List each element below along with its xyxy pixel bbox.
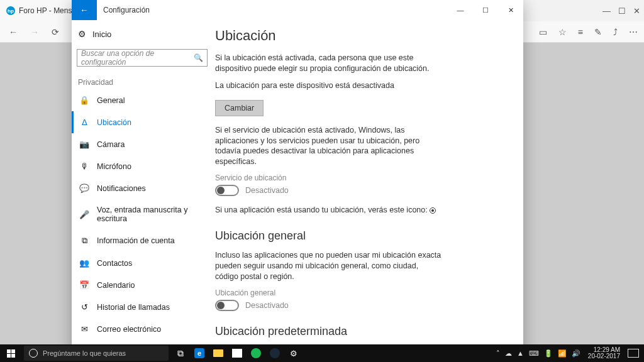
nav-label: Voz, entrada manuscrita y escritura <box>97 206 205 223</box>
search-placeholder: Buscar una opción de configuración <box>81 49 194 67</box>
nav-label: Historial de llamadas <box>97 303 170 312</box>
nav-label: Micrófono <box>97 162 131 171</box>
clock-date: 20-02-2017 <box>588 353 620 360</box>
cortana-search[interactable]: Pregúntame lo que quieras <box>24 346 169 361</box>
settings-maximize-button[interactable]: ☐ <box>473 0 498 20</box>
favorite-icon[interactable]: ☆ <box>558 27 567 37</box>
nav-forward-icon[interactable]: → <box>30 27 39 37</box>
nav-notifications[interactable]: 💬Notificaciones <box>72 177 213 199</box>
nav-general[interactable]: 🔒General <box>72 89 213 111</box>
general-location-label: Ubicación general <box>215 288 507 297</box>
search-icon: 🔍 <box>194 53 203 62</box>
taskbar-steam[interactable] <box>265 344 284 362</box>
location-service-toggle[interactable] <box>215 185 239 196</box>
gear-icon: ⚙ <box>78 29 86 39</box>
settings-minimize-button[interactable]: — <box>448 0 473 20</box>
page-title: Ubicación <box>215 28 507 44</box>
taskbar-store[interactable] <box>228 344 247 362</box>
folder-icon <box>213 349 223 357</box>
reading-view-icon[interactable]: ▭ <box>539 27 547 37</box>
spotify-icon <box>251 348 261 358</box>
settings-content[interactable]: Ubicación Si la ubicación está activada,… <box>213 20 523 362</box>
tray-overflow-icon[interactable]: ˄ <box>496 349 500 358</box>
location-icon: ᐃ <box>79 118 89 127</box>
taskbar-clock[interactable]: 12:29 AM 20-02-2017 <box>586 347 623 360</box>
change-button[interactable]: Cambiar <box>215 100 264 116</box>
taskbar: Pregúntame lo que quieras ⧉ e ⚙ ˄ ☁ ▲ ⌨ … <box>0 344 644 362</box>
location-in-use-icon <box>430 207 436 214</box>
eject-icon[interactable]: ▲ <box>517 349 524 357</box>
more-icon[interactable]: ⋯ <box>629 27 638 37</box>
task-view-button[interactable]: ⧉ <box>171 344 190 362</box>
nav-contacts[interactable]: 👥Contactos <box>72 252 213 274</box>
taskbar-explorer[interactable] <box>209 344 228 362</box>
nav-speech[interactable]: 🎤Voz, entrada manuscrita y escritura <box>72 199 213 229</box>
settings-titlebar: ← Configuración — ☐ ✕ <box>72 0 523 20</box>
contacts-icon: 👥 <box>79 258 89 268</box>
nav-call-history[interactable]: ↺Historial de llamadas <box>72 296 213 318</box>
maximize-icon[interactable]: ☐ <box>618 6 626 16</box>
cortana-icon <box>29 349 38 358</box>
wifi-icon[interactable]: 📶 <box>558 349 567 358</box>
taskbar-spotify[interactable] <box>247 344 265 362</box>
device-location-status: La ubicación para este dispositivo está … <box>215 80 441 91</box>
settings-search-input[interactable]: Buscar una opción de configuración 🔍 <box>77 49 208 67</box>
volume-icon[interactable]: 🔊 <box>572 349 580 358</box>
settings-sidebar: ⚙ Inicio Buscar una opción de configurac… <box>72 20 213 362</box>
history-icon: ↺ <box>79 302 89 312</box>
location-service-label: Servicio de ubicación <box>215 173 507 182</box>
onedrive-icon[interactable]: ☁ <box>505 349 512 358</box>
nav-account-info[interactable]: ⧉Información de cuenta <box>72 229 213 252</box>
account-icon: ⧉ <box>79 236 89 246</box>
hub-icon[interactable]: ≡ <box>578 27 583 37</box>
action-center-icon[interactable] <box>628 349 639 358</box>
speech-icon: 🎤 <box>79 210 89 219</box>
hp-icon: hp <box>6 6 15 15</box>
steam-icon <box>270 348 280 358</box>
settings-window: ← Configuración — ☐ ✕ ⚙ Inicio Buscar un… <box>72 0 523 362</box>
gear-icon: ⚙ <box>290 349 297 358</box>
settings-close-button[interactable]: ✕ <box>498 0 523 20</box>
battery-icon[interactable]: 🔋 <box>544 349 553 358</box>
system-tray: ˄ ☁ ▲ ⌨ 🔋 📶 🔊 12:29 AM 20-02-2017 <box>496 347 644 360</box>
store-icon <box>232 349 242 358</box>
mail-icon: ✉ <box>79 324 89 334</box>
browser-window-controls: — ☐ ✕ <box>602 0 640 21</box>
taskbar-settings[interactable]: ⚙ <box>284 344 303 362</box>
nav-email[interactable]: ✉Correo electrónico <box>72 318 213 340</box>
general-location-state: Desactivado <box>245 301 289 310</box>
sidebar-section-label: Privacidad <box>72 72 213 89</box>
general-location-description: Incluso las aplicaciones que no pueden u… <box>215 250 441 282</box>
nav-calendar[interactable]: 📅Calendario <box>72 274 213 296</box>
close-icon[interactable]: ✕ <box>633 6 640 16</box>
mic-icon: 🎙 <box>79 162 89 171</box>
home-label: Inicio <box>92 30 111 39</box>
refresh-icon[interactable]: ⟳ <box>52 27 59 37</box>
home-button[interactable]: ⚙ Inicio <box>72 25 213 43</box>
nav-label: General <box>97 96 125 105</box>
lock-icon: 🔒 <box>79 96 89 105</box>
nav-label: Cámara <box>97 140 125 149</box>
settings-window-title: Configuración <box>97 6 150 14</box>
nav-label: Ubicación <box>97 118 131 127</box>
start-button[interactable] <box>0 344 21 362</box>
calendar-icon: 📅 <box>79 280 89 290</box>
settings-back-button[interactable]: ← <box>72 0 97 20</box>
webnotes-icon[interactable]: ✎ <box>594 27 602 37</box>
nav-label: Calendario <box>97 281 135 290</box>
keyboard-icon[interactable]: ⌨ <box>529 349 539 358</box>
default-location-heading: Ubicación predeterminada <box>215 325 507 338</box>
nav-camera[interactable]: 📷Cámara <box>72 133 213 155</box>
edge-icon: e <box>194 348 204 358</box>
general-location-toggle[interactable] <box>215 300 239 311</box>
location-description: Si la ubicación está activada, cada pers… <box>215 53 441 74</box>
minimize-icon[interactable]: — <box>602 6 611 16</box>
nav-label: Información de cuenta <box>97 236 175 245</box>
nav-microphone[interactable]: 🎙Micrófono <box>72 155 213 177</box>
nav-back-icon[interactable]: ← <box>9 27 18 37</box>
taskbar-edge[interactable]: e <box>190 344 209 362</box>
location-in-use-note: Si una aplicación está usando tu ubicaci… <box>215 205 441 216</box>
share-icon[interactable]: ⤴ <box>613 27 618 37</box>
task-icons: ⧉ e ⚙ <box>171 344 303 362</box>
nav-location[interactable]: ᐃUbicación <box>72 111 213 133</box>
